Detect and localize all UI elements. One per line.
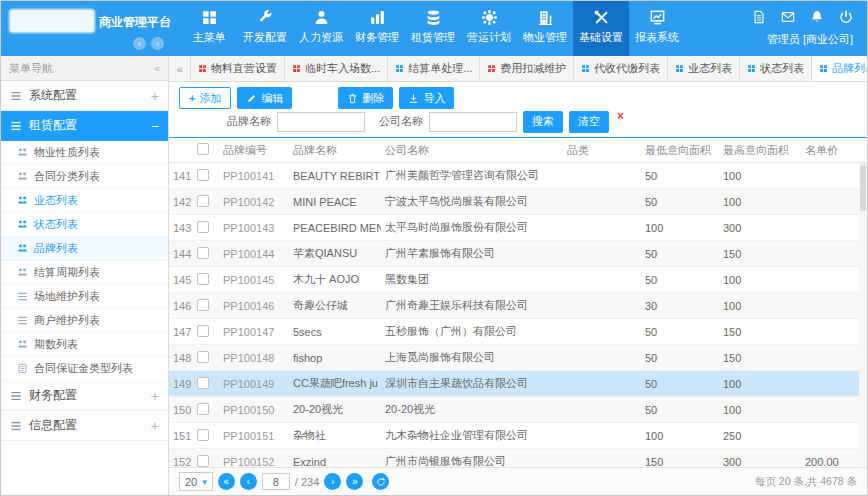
table-row[interactable]: 149PP100149CC果蔬吧fresh ju深圳市自主果蔬饮品有限公司501…	[169, 371, 867, 397]
topnav-item-person[interactable]: 人力资源	[293, 1, 349, 56]
tab[interactable]: 状态列表	[740, 56, 812, 81]
refresh-button[interactable]	[372, 473, 389, 490]
sidebar-section[interactable]: 信息配置+	[1, 411, 168, 441]
column-header[interactable]: 最低意向面积	[641, 143, 719, 158]
search-button[interactable]: 搜索	[523, 111, 563, 133]
page-input[interactable]	[262, 473, 290, 490]
row-checkbox[interactable]	[197, 221, 209, 233]
row-checkbox[interactable]	[197, 429, 209, 441]
topnav-item-gear[interactable]: 营运计划	[461, 1, 517, 56]
sidebar-item[interactable]: 物业性质列表	[1, 141, 168, 165]
user-label: 管理员 [商业公司]	[767, 32, 853, 47]
edit-button[interactable]: 编辑	[237, 87, 292, 109]
clear-button[interactable]: 清空	[569, 111, 609, 133]
nav-prev-button[interactable]: ‹	[133, 37, 146, 50]
sidebar-item[interactable]: 合同分类列表	[1, 165, 168, 189]
table-row[interactable]: 148PP100148fishop上海觅尚服饰有限公司50150	[169, 345, 867, 371]
plus-icon[interactable]: +	[151, 88, 159, 104]
tab-scroll-left-button[interactable]: «	[169, 56, 191, 81]
prev-page-button[interactable]: ‹	[240, 473, 257, 490]
page-size-select[interactable]: 20 ▾	[179, 472, 213, 491]
topnav-item-coins[interactable]: 租赁管理	[405, 1, 461, 56]
topnav-item-wrench[interactable]: 开发配置	[237, 1, 293, 56]
topnav-item-grid[interactable]: 主菜单	[181, 1, 237, 56]
tab[interactable]: 代收代缴列表	[574, 56, 668, 81]
table-row[interactable]: 144PP100144芊素QIANSU广州芊素服饰有限公司50150	[169, 241, 867, 267]
column-header[interactable]: 公司名称	[381, 143, 563, 158]
column-header[interactable]: 品类	[563, 143, 641, 158]
row-checkbox[interactable]	[197, 247, 209, 259]
select-all-checkbox[interactable]	[197, 143, 209, 155]
power-icon[interactable]	[839, 10, 853, 24]
trash-icon	[347, 93, 358, 104]
topnav-item-finance[interactable]: 财务管理	[349, 1, 405, 56]
table-row[interactable]: 151PP100151杂物社九木杂物社企业管理有限公司100250	[169, 423, 867, 449]
document-icon[interactable]	[752, 10, 766, 24]
tab-list: 物料直营设置临时车入场数...结算单处理...费用扣减维护代收代缴列表业态列表状…	[191, 56, 867, 81]
tab[interactable]: 结算单处理...	[388, 56, 480, 81]
row-checkbox[interactable]	[197, 273, 209, 285]
sidebar-item[interactable]: 结算周期列表	[1, 261, 168, 285]
table-row[interactable]: 145PP100145木九十 AOJO黑数集团50100	[169, 267, 867, 293]
row-checkbox[interactable]	[197, 455, 209, 467]
import-button[interactable]: 导入	[399, 87, 454, 109]
row-checkbox[interactable]	[197, 195, 209, 207]
topnav-item-report[interactable]: 报表系统	[629, 1, 685, 56]
tab[interactable]: 费用扣减维护	[480, 56, 574, 81]
close-icon[interactable]: ×	[617, 109, 624, 123]
table-row[interactable]: 143PP100143PEACEBIRD MEN太平鸟时尚服饰股份有限公司100…	[169, 215, 867, 241]
brand-name-input[interactable]	[277, 112, 365, 132]
sidebar-item[interactable]: 场地维护列表	[1, 285, 168, 309]
column-header[interactable]: 最高意向面积	[719, 143, 801, 158]
coins-icon	[425, 9, 442, 26]
bell-icon[interactable]	[810, 10, 824, 24]
nav-next-button[interactable]: ›	[151, 37, 164, 50]
sidebar-section[interactable]: 系统配置+	[1, 81, 168, 111]
tab[interactable]: 临时车入场数...	[285, 56, 388, 81]
last-page-button[interactable]: »	[346, 473, 363, 490]
sidebar-item[interactable]: 期数列表	[1, 333, 168, 357]
sidebar-item[interactable]: 品牌列表	[1, 237, 168, 261]
plus-icon[interactable]: +	[151, 418, 159, 434]
sidebar-item[interactable]: 状态列表	[1, 213, 168, 237]
mail-icon[interactable]	[781, 10, 795, 24]
column-header[interactable]: 名单价	[801, 143, 867, 158]
topnav-item-tools[interactable]: 基础设置	[573, 1, 629, 56]
row-checkbox[interactable]	[197, 299, 209, 311]
tab[interactable]: 品牌列表×	[812, 56, 867, 81]
table-row[interactable]: 146PP100146奇趣公仔城广州奇趣王娱乐科技有限公司30100	[169, 293, 867, 319]
sidebar-item[interactable]: 业态列表	[1, 189, 168, 213]
first-page-button[interactable]: «	[218, 473, 235, 490]
tab[interactable]: 物料直营设置	[191, 56, 285, 81]
table-row[interactable]: 142PP100142MINI PEACE宁波太平鸟悦尚服装有限公司50100	[169, 189, 867, 215]
row-checkbox[interactable]	[197, 169, 209, 181]
add-button[interactable]: + 添加	[179, 87, 231, 109]
sidebar-section[interactable]: 财务配置+	[1, 381, 168, 411]
column-header[interactable]: 品牌名称	[289, 143, 381, 158]
table-row[interactable]: 152PP100152Exzind广州市尚银服饰有限公司150300200.00	[169, 449, 867, 467]
table-row[interactable]: 141PP100141BEAUTY REBIRT广州美颜哲学管理咨询有限公司50…	[169, 163, 867, 189]
sidebar-collapse-icon[interactable]: «	[154, 63, 160, 74]
row-checkbox[interactable]	[197, 351, 209, 363]
table-row[interactable]: 147PP1001475secs五秒服饰（广州）有限公司50150	[169, 319, 867, 345]
scrollbar-thumb[interactable]	[860, 165, 866, 211]
cell-brand-name: fishop	[289, 352, 381, 364]
sidebar-item[interactable]: 合同保证金类型列表	[1, 357, 168, 381]
plus-icon[interactable]: +	[151, 388, 159, 404]
table-row[interactable]: 150PP10015020-20视光20-20视光50100	[169, 397, 867, 423]
column-header[interactable]: 品牌编号	[219, 143, 289, 158]
company-name-input[interactable]	[429, 112, 517, 132]
sidebar-item[interactable]: 商户维护列表	[1, 309, 168, 333]
next-page-button[interactable]: ›	[324, 473, 341, 490]
tab[interactable]: 业态列表	[668, 56, 740, 81]
delete-button[interactable]: 删除	[338, 87, 393, 109]
row-checkbox[interactable]	[197, 403, 209, 415]
row-checkbox[interactable]	[197, 377, 209, 389]
topnav-item-label: 财务管理	[355, 30, 399, 45]
table-scrollbar[interactable]	[859, 163, 867, 467]
row-checkbox[interactable]	[197, 325, 209, 337]
minus-icon[interactable]: −	[151, 118, 159, 134]
topnav-item-building[interactable]: 物业管理	[517, 1, 573, 56]
topnav-item-label: 基础设置	[579, 30, 623, 45]
sidebar-section[interactable]: 租赁配置−	[1, 111, 168, 141]
